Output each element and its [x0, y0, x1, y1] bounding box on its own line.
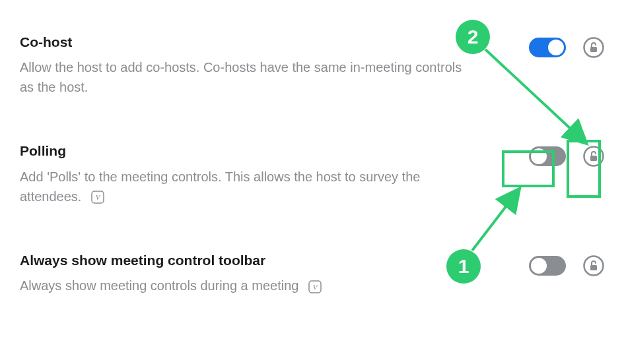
- toggle-always-show-toolbar[interactable]: [529, 256, 566, 276]
- setting-row-polling: Polling Add 'Polls' to the meeting contr…: [20, 142, 604, 206]
- setting-description: Add 'Polls' to the meeting controls. Thi…: [20, 167, 462, 206]
- setting-description: Allow the host to add co-hosts. Co-hosts…: [20, 57, 462, 97]
- toggle-co-host[interactable]: [529, 38, 566, 57]
- svg-text:V: V: [96, 193, 101, 201]
- svg-rect-9: [590, 265, 597, 270]
- svg-rect-5: [590, 156, 597, 161]
- svg-rect-1: [590, 47, 597, 52]
- setting-description: Always show meeting controls during a me…: [20, 276, 462, 295]
- settings-list: Co-host Allow the host to add co-hosts. …: [0, 0, 624, 295]
- svg-text:V: V: [313, 283, 318, 291]
- version-badge-icon[interactable]: V: [90, 190, 105, 204]
- lock-icon[interactable]: [583, 255, 604, 276]
- setting-row-co-host: Co-host Allow the host to add co-hosts. …: [20, 33, 604, 97]
- setting-title: Co-host: [20, 33, 462, 51]
- lock-icon[interactable]: [583, 146, 604, 167]
- setting-row-always-show-toolbar: Always show meeting control toolbar Alwa…: [20, 251, 604, 295]
- setting-title: Always show meeting control toolbar: [20, 251, 462, 269]
- toggle-polling[interactable]: [529, 146, 566, 166]
- lock-icon[interactable]: [583, 37, 604, 58]
- setting-title: Polling: [20, 142, 462, 160]
- version-badge-icon[interactable]: V: [308, 280, 322, 294]
